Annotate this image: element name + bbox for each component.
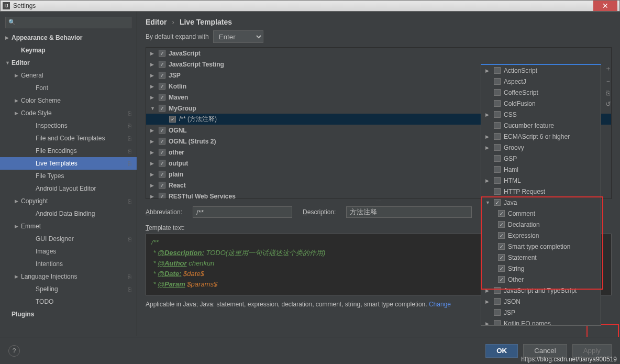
settings-tree[interactable]: ▶Appearance & BehaviorKeymap▼Editor▶Gene… — [0, 31, 137, 336]
sidebar-item[interactable]: Live Templates⎘ — [0, 157, 137, 170]
sidebar-item[interactable]: File and Code Templates⎘ — [0, 132, 137, 145]
context-item[interactable]: CoffeeScript — [481, 87, 601, 98]
context-item[interactable]: JSP — [481, 307, 601, 318]
search-icon: 🔍 — [8, 19, 16, 26]
titlebar: IJ Settings ✕ — [0, 0, 620, 12]
context-item[interactable]: GSP — [481, 153, 601, 164]
help-button[interactable]: ? — [8, 345, 20, 357]
sidebar-item[interactable]: TODO — [0, 295, 137, 308]
sidebar-item[interactable]: Images — [0, 245, 137, 258]
change-link[interactable]: Change — [429, 301, 451, 308]
sidebar-item[interactable]: GUI Designer⎘ — [0, 233, 137, 245]
context-item[interactable]: ▶ActionScript — [481, 65, 601, 76]
context-item[interactable]: ▶JavaScript and TypeScript — [481, 285, 601, 296]
ok-button[interactable]: OK — [485, 344, 518, 358]
sidebar-item[interactable]: ▶Color Scheme — [0, 94, 137, 107]
context-item[interactable]: Haml — [481, 164, 601, 175]
context-item[interactable]: ▶Kotlin EQ names — [481, 318, 601, 326]
expand-row: By default expand with Enter — [137, 30, 620, 47]
context-popup[interactable]: ▶ActionScriptAspectJCoffeeScriptColdFusi… — [481, 64, 601, 326]
desc-label: Description: — [303, 208, 336, 216]
abbr-label: Abbreviation: — [146, 208, 182, 216]
sidebar-item[interactable]: ▶General — [0, 69, 137, 82]
context-subitem[interactable]: String — [481, 263, 601, 274]
sidebar-item[interactable]: ▼Editor — [0, 57, 137, 69]
sidebar-item[interactable]: Spelling⎘ — [0, 283, 137, 295]
context-subitem[interactable]: Smart type completion — [481, 241, 601, 252]
sidebar-item[interactable]: Keymap — [0, 44, 137, 57]
sidebar-item[interactable]: File Types — [0, 170, 137, 182]
context-subitem[interactable]: Declaration — [481, 219, 601, 230]
sidebar-item[interactable]: ▶Code Style⎘ — [0, 107, 137, 119]
context-subitem[interactable]: Statement — [481, 252, 601, 263]
sidebar-item[interactable]: Intentions — [0, 258, 137, 270]
search-wrap: 🔍 — [5, 17, 131, 28]
sidebar-item[interactable]: File Encodings⎘ — [0, 145, 137, 157]
sidebar-item[interactable]: Plugins — [0, 308, 137, 321]
context-item[interactable]: ▶ECMAScript 6 or higher — [481, 131, 601, 142]
context-subitem[interactable]: Comment — [481, 208, 601, 219]
context-item[interactable]: AspectJ — [481, 76, 601, 87]
context-item[interactable]: Cucumber feature — [481, 120, 601, 131]
sidebar-item[interactable]: ▶Language Injections⎘ — [0, 270, 137, 283]
context-item[interactable]: ColdFusion — [481, 98, 601, 109]
breadcrumb: Editor › Live Templates — [137, 12, 620, 30]
expand-select[interactable]: Enter — [213, 30, 263, 43]
main: 🔍 ▶Appearance & BehaviorKeymap▼Editor▶Ge… — [0, 12, 620, 336]
breadcrumb-sep: › — [172, 18, 174, 26]
template-group[interactable]: ▶✓JavaScript — [146, 48, 611, 59]
breadcrumb-b: Live Templates — [180, 18, 232, 26]
search-input[interactable] — [5, 17, 131, 28]
watermark: https://blog.csdn.net/tianya900519 — [521, 356, 617, 363]
window-title: Settings — [13, 2, 36, 9]
context-subitem[interactable]: Other — [481, 274, 601, 285]
context-item[interactable]: ▼Java — [481, 197, 601, 208]
content: Editor › Live Templates By default expan… — [137, 12, 620, 336]
sidebar-item[interactable]: Inspections⎘ — [0, 119, 137, 132]
breadcrumb-a: Editor — [146, 18, 167, 26]
context-item[interactable]: ▶HTML — [481, 175, 601, 186]
add-icon[interactable]: ＋ — [605, 64, 612, 73]
sidebar-item[interactable]: ▶Appearance & Behavior — [0, 31, 137, 44]
context-item[interactable]: ▶CSS — [481, 109, 601, 120]
expand-label: By default expand with — [146, 33, 209, 40]
sidebar-item[interactable]: Android Data Binding — [0, 207, 137, 220]
context-item[interactable]: HTTP Request — [481, 186, 601, 197]
app-icon: IJ — [3, 2, 10, 9]
context-subitem[interactable]: Expression — [481, 230, 601, 241]
remove-icon[interactable]: － — [605, 76, 612, 86]
revert-icon[interactable]: ↺ — [605, 100, 611, 108]
sidebar-item[interactable]: ▶Emmet — [0, 220, 137, 233]
context-item[interactable]: ▶Groovy — [481, 142, 601, 153]
sidebar-item[interactable]: Android Layout Editor — [0, 182, 137, 195]
abbr-input[interactable] — [193, 206, 292, 218]
sidebar-item[interactable]: Font — [0, 82, 137, 94]
applicable-text: Applicable in Java; Java: statement, exp… — [146, 301, 427, 308]
desc-input[interactable] — [346, 206, 472, 218]
sidebar: 🔍 ▶Appearance & BehaviorKeymap▼Editor▶Ge… — [0, 12, 137, 336]
copy-icon[interactable]: ⎘ — [606, 89, 610, 97]
context-item[interactable]: ▶JSON — [481, 296, 601, 307]
sidebar-item[interactable]: ▶Copyright⎘ — [0, 195, 137, 207]
list-toolbar: ＋ － ⎘ ↺ — [603, 64, 613, 216]
close-button[interactable]: ✕ — [593, 1, 617, 11]
